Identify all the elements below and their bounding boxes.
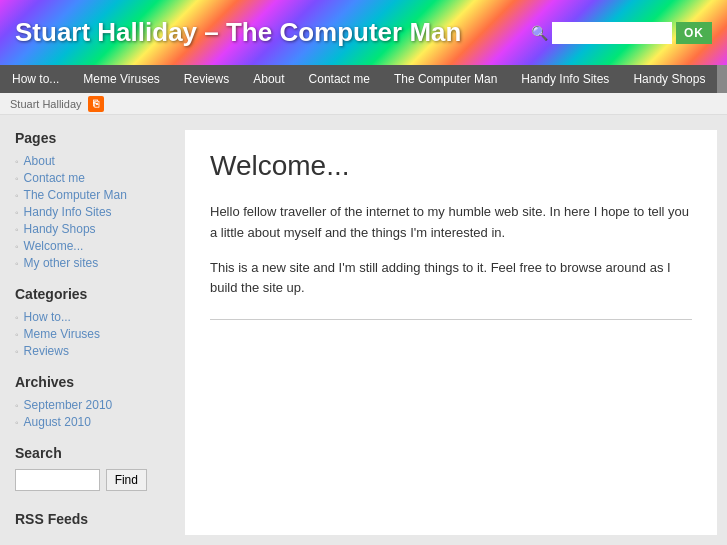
list-item: ◦Handy Shops [15,222,170,236]
navbar: How to...Meme VirusesReviewsAboutContact… [0,65,727,93]
list-item: ◦The Computer Man [15,188,170,202]
list-item: ◦Reviews [15,344,170,358]
bullet-icon: ◦ [15,400,19,411]
categories-list: ◦How to...◦Meme Viruses◦Reviews [15,310,170,358]
bullet-icon: ◦ [15,207,19,218]
nav-item-contact-me[interactable]: Contact me [297,65,382,93]
archives-list: ◦September 2010◦August 2010 [15,398,170,429]
nav-item-handy-shops[interactable]: Handy Shops [621,65,717,93]
bullet-icon: ◦ [15,156,19,167]
bullet-icon: ◦ [15,417,19,428]
nav-item-the-computer-man[interactable]: The Computer Man [382,65,509,93]
bullet-icon: ◦ [15,241,19,252]
search-find-button[interactable]: Find [106,469,147,491]
list-item: ◦September 2010 [15,398,170,412]
content-paragraph-2: This is a new site and I'm still adding … [210,258,692,300]
list-item: ◦Handy Info Sites [15,205,170,219]
pages-section-title: Pages [15,130,170,146]
sidebar-page-link[interactable]: Welcome... [24,239,84,253]
list-item: ◦Welcome... [15,239,170,253]
bullet-icon: ◦ [15,312,19,323]
list-item: ◦August 2010 [15,415,170,429]
sidebar-page-link[interactable]: My other sites [24,256,99,270]
breadcrumb-text: Stuart Halliday [10,98,82,110]
header: Stuart Halliday – The Computer Man 🔍 OK [0,0,727,65]
sidebar-category-link[interactable]: Meme Viruses [24,327,100,341]
content-paragraph-1: Hello fellow traveller of the internet t… [210,202,692,244]
sidebar-category-link[interactable]: Reviews [24,344,69,358]
sidebar-category-link[interactable]: How to... [24,310,71,324]
content-body: Hello fellow traveller of the internet t… [210,202,692,299]
list-item: ◦Contact me [15,171,170,185]
content-title: Welcome... [210,150,692,182]
bullet-icon: ◦ [15,173,19,184]
list-item: ◦Meme Viruses [15,327,170,341]
nav-item-handy-info-sites[interactable]: Handy Info Sites [509,65,621,93]
breadcrumb-bar: Stuart Halliday ⎘ [0,93,727,115]
sidebar-page-link[interactable]: Contact me [24,171,85,185]
content-divider [210,319,692,320]
search-widget: Find [15,469,170,491]
list-item: ◦About [15,154,170,168]
sidebar-page-link[interactable]: Handy Info Sites [24,205,112,219]
header-search-input[interactable] [552,22,672,44]
sidebar: Pages ◦About◦Contact me◦The Computer Man… [0,115,185,545]
nav-item-welcome[interactable]: Welcome... [717,65,727,93]
header-ok-button[interactable]: OK [676,22,712,44]
nav-item-reviews[interactable]: Reviews [172,65,241,93]
rss-icon[interactable]: ⎘ [88,96,104,112]
list-item: ◦My other sites [15,256,170,270]
search-icon: 🔍 [531,25,548,41]
list-item: ◦How to... [15,310,170,324]
main-content: Welcome... Hello fellow traveller of the… [185,130,717,535]
sidebar-page-link[interactable]: The Computer Man [24,188,127,202]
bullet-icon: ◦ [15,258,19,269]
header-search-area: 🔍 OK [531,22,712,44]
archives-section-title: Archives [15,374,170,390]
nav-item-how-to[interactable]: How to... [0,65,71,93]
bullet-icon: ◦ [15,346,19,357]
sidebar-page-link[interactable]: Handy Shops [24,222,96,236]
nav-item-meme-viruses[interactable]: Meme Viruses [71,65,171,93]
search-widget-input[interactable] [15,469,100,491]
sidebar-archive-link[interactable]: September 2010 [24,398,113,412]
sidebar-page-link[interactable]: About [24,154,55,168]
rss-section-title: RSS Feeds [15,511,170,527]
categories-section-title: Categories [15,286,170,302]
sidebar-archive-link[interactable]: August 2010 [24,415,91,429]
nav-item-about[interactable]: About [241,65,296,93]
bullet-icon: ◦ [15,224,19,235]
search-section-title: Search [15,445,170,461]
pages-list: ◦About◦Contact me◦The Computer Man◦Handy… [15,154,170,270]
main-layout: Pages ◦About◦Contact me◦The Computer Man… [0,115,727,545]
bullet-icon: ◦ [15,190,19,201]
bullet-icon: ◦ [15,329,19,340]
site-title: Stuart Halliday – The Computer Man [15,17,531,48]
